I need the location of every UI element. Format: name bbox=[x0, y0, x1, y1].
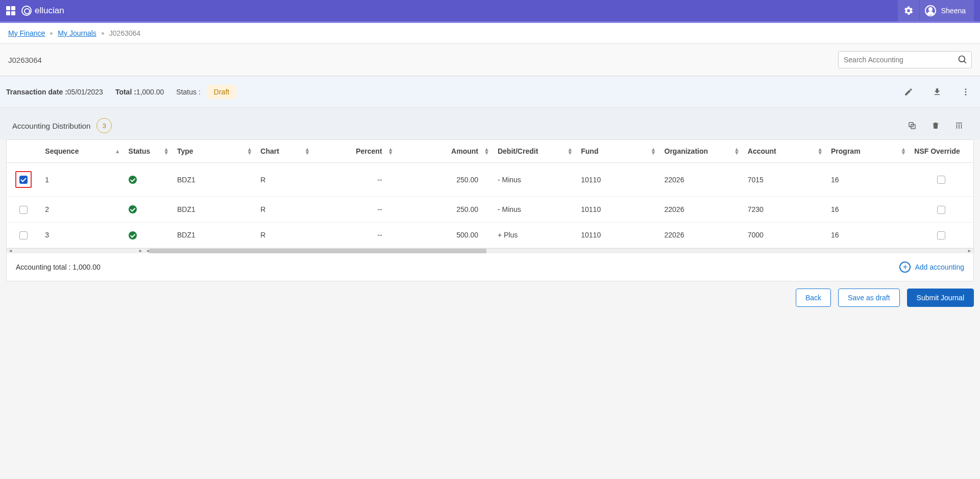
sort-icon: ▲▼ bbox=[651, 148, 656, 155]
col-status[interactable]: Status▲▼ bbox=[124, 140, 172, 163]
table-header-row: Sequence▲ Status▲▼ Type▲▼ Chart▲▼ Percen… bbox=[7, 140, 973, 163]
row-checkbox[interactable] bbox=[19, 231, 28, 240]
cell-program: 16 bbox=[826, 197, 909, 222]
col-program[interactable]: Program▲▼ bbox=[826, 140, 909, 163]
cell-fund: 10110 bbox=[576, 222, 659, 248]
scrollbar-thumb[interactable] bbox=[150, 249, 486, 253]
cell-organization: 22026 bbox=[659, 197, 743, 222]
breadcrumb-link-journals[interactable]: My Journals bbox=[58, 29, 96, 37]
cell-amount: 250.00 bbox=[397, 163, 493, 197]
cell-nsf bbox=[909, 197, 973, 222]
copy-icon bbox=[908, 121, 917, 130]
row-checkbox[interactable] bbox=[19, 206, 28, 214]
table-row[interactable]: 3 BDZ1 R -- 500.00 + Plus 10110 22026 70… bbox=[7, 222, 973, 248]
col-account[interactable]: Account▲▼ bbox=[743, 140, 826, 163]
gear-icon bbox=[903, 6, 914, 16]
horizontal-scrollbar[interactable]: ◄ ► ◄ ► bbox=[7, 248, 973, 253]
trash-icon bbox=[931, 121, 940, 130]
trans-date-label: Transaction date : bbox=[6, 88, 67, 96]
cell-debit-credit: - Minus bbox=[493, 197, 576, 222]
nsf-checkbox[interactable] bbox=[937, 206, 945, 214]
col-sequence[interactable]: Sequence▲ bbox=[40, 140, 123, 163]
title-row: J0263064 bbox=[0, 44, 980, 76]
svg-point-0 bbox=[959, 56, 965, 62]
col-nsf[interactable]: NSF Override bbox=[909, 140, 973, 163]
scroll-right-icon: ► bbox=[138, 248, 143, 253]
sort-icon: ▲▼ bbox=[247, 148, 252, 155]
cell-status bbox=[124, 163, 172, 197]
table-row[interactable]: 1 BDZ1 R -- 250.00 - Minus 10110 22026 7… bbox=[7, 163, 973, 197]
columns-button[interactable] bbox=[950, 117, 968, 134]
save-draft-button[interactable]: Save as draft bbox=[838, 289, 900, 307]
breadcrumb: My Finance My Journals J0263064 bbox=[0, 23, 980, 44]
sort-icon: ▲▼ bbox=[484, 148, 489, 155]
brand[interactable]: ellucian bbox=[21, 6, 64, 16]
settings-button[interactable] bbox=[898, 0, 919, 21]
cell-checkbox bbox=[7, 197, 40, 222]
cell-fund: 10110 bbox=[576, 163, 659, 197]
svg-point-2 bbox=[965, 88, 967, 90]
brand-name: ellucian bbox=[35, 6, 64, 16]
col-organization[interactable]: Organization▲▼ bbox=[659, 140, 743, 163]
sort-icon: ▲▼ bbox=[734, 148, 740, 155]
scroll-left-icon: ◄ bbox=[8, 248, 13, 253]
status-label: Status : bbox=[176, 88, 200, 96]
cell-debit-credit: - Minus bbox=[493, 163, 576, 197]
copy-button[interactable] bbox=[903, 117, 921, 134]
apps-icon[interactable] bbox=[6, 6, 15, 15]
col-percent[interactable]: Percent▲▼ bbox=[313, 140, 396, 163]
cell-sequence: 2 bbox=[40, 197, 123, 222]
add-accounting-button[interactable]: + Add accounting bbox=[899, 261, 964, 273]
brand-logo-icon bbox=[21, 6, 32, 16]
page-title: J0263064 bbox=[8, 56, 42, 64]
cell-status bbox=[124, 197, 172, 222]
download-button[interactable] bbox=[929, 84, 945, 100]
search-input[interactable] bbox=[838, 51, 972, 68]
nsf-checkbox[interactable] bbox=[937, 176, 945, 184]
cell-account: 7000 bbox=[743, 222, 826, 248]
row-checkbox[interactable] bbox=[19, 176, 28, 184]
total-value: 1,000.00 bbox=[136, 88, 164, 96]
table-footer: Accounting total : 1,000.00 + Add accoun… bbox=[7, 253, 973, 281]
more-button[interactable] bbox=[958, 84, 974, 100]
cell-chart: R bbox=[255, 222, 313, 248]
col-type[interactable]: Type▲▼ bbox=[172, 140, 255, 163]
table-scroll[interactable]: Sequence▲ Status▲▼ Type▲▼ Chart▲▼ Percen… bbox=[7, 140, 973, 248]
col-chart[interactable]: Chart▲▼ bbox=[255, 140, 313, 163]
delete-button[interactable] bbox=[927, 117, 944, 134]
section-title: Accounting Distribution bbox=[12, 122, 90, 130]
sort-icon: ▲▼ bbox=[900, 148, 906, 155]
status-ok-icon bbox=[129, 176, 137, 184]
nsf-checkbox[interactable] bbox=[937, 231, 945, 240]
plus-circle-icon: + bbox=[899, 261, 911, 273]
highlight-box bbox=[15, 171, 32, 188]
status-badge: Draft bbox=[207, 85, 236, 99]
breadcrumb-link-finance[interactable]: My Finance bbox=[8, 29, 45, 37]
sort-icon: ▲▼ bbox=[388, 148, 394, 155]
cell-sequence: 1 bbox=[40, 163, 123, 197]
submit-journal-button[interactable]: Submit Journal bbox=[907, 289, 974, 307]
back-button[interactable]: Back bbox=[796, 289, 831, 307]
col-fund[interactable]: Fund▲▼ bbox=[576, 140, 659, 163]
total-label: Total : bbox=[115, 88, 136, 96]
user-menu-button[interactable]: Sheena bbox=[920, 0, 974, 21]
table-row[interactable]: 2 BDZ1 R -- 250.00 - Minus 10110 22026 7… bbox=[7, 197, 973, 222]
meta-status: Status : Draft bbox=[176, 85, 236, 99]
col-debit-credit[interactable]: Debit/Credit▲▼ bbox=[493, 140, 576, 163]
cell-account: 7015 bbox=[743, 163, 826, 197]
breadcrumb-sep-icon bbox=[102, 32, 104, 35]
meta-trans-date: Transaction date :05/01/2023 bbox=[6, 88, 103, 96]
scroll-right-icon: ► bbox=[967, 248, 972, 253]
cell-chart: R bbox=[255, 163, 313, 197]
sort-icon: ▲▼ bbox=[567, 148, 573, 155]
edit-button[interactable] bbox=[900, 84, 917, 100]
cell-program: 16 bbox=[826, 222, 909, 248]
cell-type: BDZ1 bbox=[172, 222, 255, 248]
more-vert-icon bbox=[961, 87, 970, 97]
col-amount[interactable]: Amount▲▼ bbox=[397, 140, 493, 163]
status-ok-icon bbox=[129, 205, 137, 213]
cell-debit-credit: + Plus bbox=[493, 222, 576, 248]
search-icon[interactable] bbox=[958, 55, 968, 65]
header-left: ellucian bbox=[6, 6, 898, 16]
sort-icon: ▲▼ bbox=[163, 148, 169, 155]
